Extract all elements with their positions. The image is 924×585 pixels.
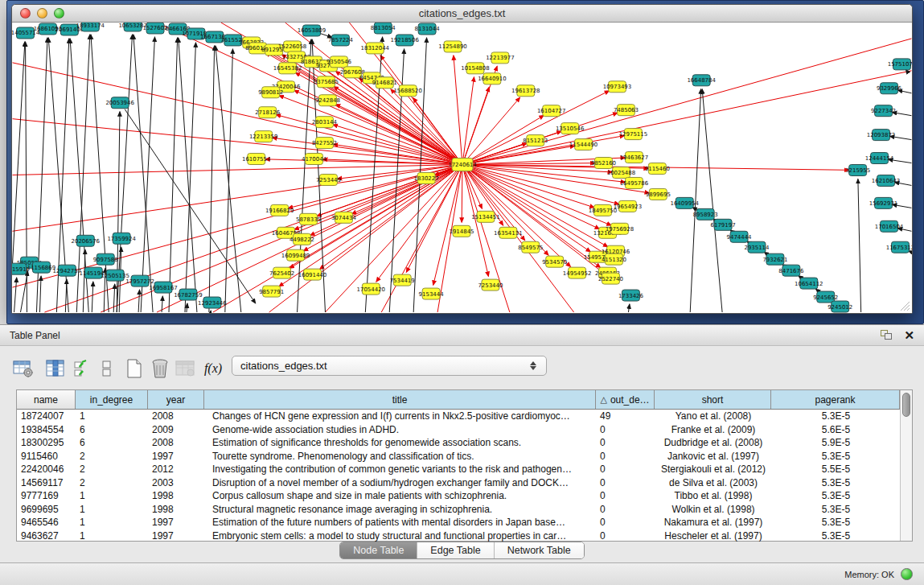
graph-node[interactable]: 10973493 — [603, 81, 631, 93]
cell-pagerank[interactable]: 5.6E-5 — [771, 423, 900, 437]
table-row[interactable]: 946554611997Estimation of the future num… — [17, 516, 912, 529]
cell-in_degree[interactable]: 2 — [76, 450, 148, 463]
graph-node[interactable]: 3375685 — [314, 76, 339, 88]
graph-node[interactable]: 4170044 — [302, 154, 327, 165]
graph-node[interactable]: 15688520 — [393, 85, 421, 97]
cell-year[interactable]: 2008 — [148, 436, 204, 450]
graph-node[interactable]: 9474444 — [727, 231, 753, 242]
table-settings-button[interactable] — [11, 356, 35, 381]
resize-grip-icon[interactable] — [899, 300, 910, 311]
cell-short[interactable]: Yano et al. (2008) — [655, 410, 771, 423]
graph-node[interactable]: 7932621 — [762, 253, 787, 265]
graph-node[interactable]: 8131044 — [415, 23, 441, 35]
cell-name[interactable]: 18300295 — [17, 436, 76, 450]
graph-node[interactable]: 7625402 — [269, 267, 294, 278]
hub-node[interactable]: 17240614 — [448, 159, 477, 171]
cell-name[interactable]: 9777169 — [17, 489, 76, 503]
cell-out_de[interactable]: 0 — [596, 423, 655, 437]
cell-year[interactable]: 2009 — [148, 423, 204, 437]
cell-title[interactable]: Estimation of significance thresholds fo… — [204, 436, 596, 450]
table-selector-dropdown[interactable]: citations_edges.txt — [232, 356, 547, 376]
graph-node[interactable]: 8151213 — [523, 135, 548, 146]
table-row[interactable]: 969969511998Structural magnetic resonanc… — [17, 503, 912, 517]
graph-node[interactable]: 12942757 — [53, 265, 81, 276]
table-row[interactable]: 2242004622012Investigating the contribut… — [17, 463, 912, 476]
row-selection-button[interactable] — [71, 356, 95, 381]
graph-node[interactable]: 11544490 — [569, 139, 598, 150]
graph-node[interactable]: 9245012 — [827, 301, 852, 312]
cell-short[interactable]: Nakamura et al. (1997) — [655, 516, 771, 529]
cell-title[interactable]: Embryonic stem cells: a model to study s… — [204, 529, 596, 543]
graph-node[interactable]: 3215955 — [845, 165, 870, 176]
graph-node[interactable]: 3074434 — [331, 212, 357, 223]
graph-node[interactable]: 12093872 — [867, 130, 895, 141]
delete-column-button[interactable] — [148, 356, 172, 381]
cell-in_degree[interactable]: 1 — [76, 489, 148, 503]
graph-node[interactable]: 19654923 — [614, 200, 642, 212]
cell-out_de[interactable]: 0 — [596, 476, 655, 490]
cell-year[interactable]: 1998 — [148, 489, 204, 503]
cell-title[interactable]: Disruption of a novel member of a sodium… — [204, 476, 596, 490]
graph-node[interactable]: 20206576 — [72, 235, 100, 246]
graph-node[interactable]: 15751074 — [888, 59, 912, 70]
cell-year[interactable]: 2008 — [148, 410, 204, 423]
cell-year[interactable]: 1997 — [148, 450, 204, 463]
cell-out_de[interactable]: 0 — [596, 450, 655, 463]
graph-node[interactable]: 1733426 — [618, 290, 643, 301]
graph-node[interactable]: 16053809 — [298, 25, 326, 36]
network-canvas[interactable]: 1405571416861093206914061893317410653287… — [12, 23, 912, 313]
cell-in_degree[interactable]: 1 — [76, 410, 148, 423]
graph-node[interactable]: 7485063 — [614, 105, 639, 116]
graph-node[interactable]: 9350546 — [326, 56, 351, 68]
tab-edge-table[interactable]: Edge Table — [417, 542, 494, 558]
graph-node[interactable]: 1527602 — [143, 23, 168, 34]
table-vertical-scrollbar[interactable] — [900, 390, 912, 541]
graph-node[interactable]: 19463627 — [620, 152, 648, 163]
graph-node[interactable]: 9097588 — [93, 253, 118, 265]
graph-node[interactable]: 7253449 — [316, 174, 341, 185]
graph-node[interactable]: 2718126 — [255, 107, 280, 118]
cell-short[interactable]: Stergiakouli et al. (2012) — [655, 463, 771, 476]
cell-pagerank[interactable]: 5.3E-5 — [771, 529, 900, 543]
cell-pagerank[interactable]: 5.9E-5 — [771, 436, 900, 450]
graph-node[interactable]: 9146821 — [372, 77, 397, 89]
cell-short[interactable]: Hescheler et al. (1997) — [655, 529, 771, 543]
column-header-in_degree[interactable]: in_degree — [76, 390, 148, 409]
table-row[interactable]: 911546021997Tourette syndrome. Phenomeno… — [17, 450, 912, 463]
graph-node[interactable]: 16354131 — [494, 227, 522, 238]
cell-title[interactable]: Corpus callosum shape and size in male p… — [204, 489, 596, 503]
cell-name[interactable]: 14569117 — [17, 476, 76, 490]
graph-node[interactable]: 9534570 — [542, 256, 567, 267]
graph-node[interactable]: 16648784 — [687, 75, 716, 86]
graph-node[interactable]: 2522740 — [598, 273, 623, 284]
cell-title[interactable]: Genome-wide association studies in ADHD. — [204, 423, 596, 437]
graph-node[interactable]: 8549575 — [518, 241, 543, 253]
graph-node[interactable]: 16495786 — [620, 177, 648, 188]
table-row[interactable]: 1872400712008Changes of HCN gene express… — [17, 410, 912, 423]
graph-node[interactable]: 9899695 — [646, 188, 671, 200]
graph-node[interactable]: 14954952 — [563, 267, 591, 278]
cell-title[interactable]: Changes of HCN gene expression and I(f) … — [204, 410, 596, 423]
table-row[interactable]: 1938455462009Genome-wide association stu… — [17, 423, 912, 437]
cell-short[interactable]: Dudbridge et al. (2008) — [655, 436, 771, 450]
cell-in_degree[interactable]: 1 — [76, 516, 148, 529]
close-panel-icon[interactable]: ✕ — [904, 330, 914, 340]
graph-node[interactable]: 16210643 — [872, 175, 900, 186]
cell-title[interactable]: Tourette syndrome. Phenomenology and cla… — [204, 450, 596, 463]
cell-title[interactable]: Structural magnetic resonance image aver… — [204, 503, 596, 517]
graph-node[interactable]: 1830227 — [414, 172, 439, 183]
graph-node[interactable]: 9115460 — [645, 163, 670, 175]
cell-short[interactable]: Wolkin et al. (1998) — [655, 503, 771, 517]
cell-in_degree[interactable]: 6 — [76, 436, 148, 450]
cell-title[interactable]: Investigating the contribution of common… — [204, 463, 596, 476]
cell-pagerank[interactable]: 5.5E-5 — [771, 463, 900, 476]
cell-name[interactable]: 22420046 — [17, 463, 76, 476]
cell-name[interactable]: 9115460 — [17, 450, 76, 463]
graph-node[interactable]: 7253440 — [478, 279, 503, 290]
graph-node[interactable]: 19166829 — [265, 204, 294, 216]
graph-node[interactable]: 7534419 — [390, 274, 415, 286]
cell-name[interactable]: 9465546 — [17, 516, 76, 529]
cell-out_de[interactable]: 0 — [596, 463, 655, 476]
graph-node[interactable]: 16640910 — [478, 73, 506, 84]
cell-pagerank[interactable]: 5.3E-5 — [771, 503, 900, 517]
